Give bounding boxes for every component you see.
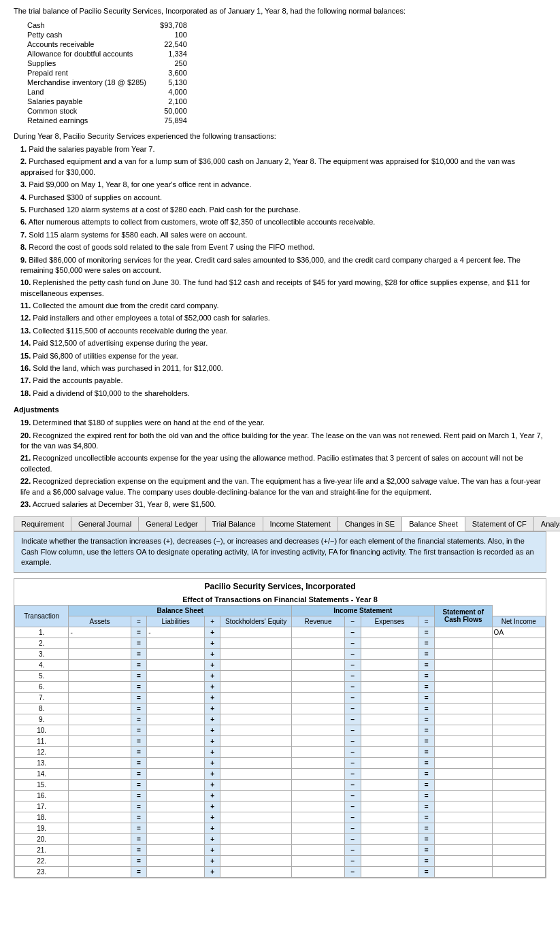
cf-input[interactable] <box>493 856 545 866</box>
assets-cell[interactable] <box>69 812 131 823</box>
revenue-input[interactable] <box>292 682 344 692</box>
revenue-input[interactable] <box>292 704 344 714</box>
net-income-input[interactable] <box>435 671 492 681</box>
se-input[interactable] <box>220 627 291 638</box>
se-input[interactable] <box>220 823 291 833</box>
expenses-cell[interactable] <box>361 648 418 659</box>
assets-input[interactable] <box>69 856 130 866</box>
liabilities-input[interactable] <box>147 747 204 757</box>
assets-input[interactable] <box>69 801 130 812</box>
liabilities-cell[interactable] <box>147 703 205 714</box>
cf-input[interactable] <box>493 736 545 746</box>
cf-input[interactable] <box>493 714 545 725</box>
tab-general-journal[interactable]: General Journal <box>71 517 139 531</box>
liabilities-cell[interactable] <box>147 735 205 746</box>
net-income-cell[interactable] <box>434 746 492 757</box>
net-income-cell[interactable] <box>434 844 492 855</box>
net-income-input[interactable] <box>435 638 492 648</box>
cf-cell[interactable] <box>492 768 545 779</box>
cf-cell[interactable] <box>492 681 545 692</box>
cf-cell[interactable] <box>492 746 545 757</box>
assets-cell[interactable] <box>69 670 131 681</box>
assets-cell[interactable] <box>69 855 131 866</box>
se-cell[interactable] <box>220 735 291 746</box>
revenue-cell[interactable] <box>291 823 344 833</box>
se-cell[interactable] <box>220 779 291 790</box>
cf-input[interactable] <box>493 747 545 757</box>
net-income-input[interactable] <box>435 758 492 768</box>
cf-cell[interactable] <box>492 725 545 735</box>
net-income-cell[interactable] <box>434 692 492 703</box>
assets-input[interactable] <box>69 649 130 659</box>
assets-cell[interactable] <box>69 725 131 735</box>
revenue-input[interactable] <box>292 627 344 638</box>
se-cell[interactable] <box>220 703 291 714</box>
expenses-input[interactable] <box>361 834 418 844</box>
net-income-input[interactable] <box>435 660 492 670</box>
net-income-input[interactable] <box>435 769 492 779</box>
tab-statement-of-cf[interactable]: Statement of CF <box>465 517 534 531</box>
cf-input[interactable] <box>493 671 545 681</box>
liabilities-cell[interactable] <box>147 833 205 844</box>
liabilities-cell[interactable] <box>147 725 205 735</box>
cf-input[interactable] <box>493 867 545 877</box>
cf-cell[interactable] <box>492 833 545 844</box>
net-income-cell[interactable] <box>434 855 492 866</box>
liabilities-input[interactable] <box>147 769 204 779</box>
se-cell[interactable] <box>220 692 291 703</box>
revenue-input[interactable] <box>292 801 344 812</box>
assets-input[interactable] <box>69 747 130 757</box>
se-input[interactable] <box>220 671 291 681</box>
liabilities-input[interactable] <box>147 671 204 681</box>
se-cell[interactable] <box>220 714 291 725</box>
revenue-cell[interactable] <box>291 768 344 779</box>
cf-input[interactable] <box>493 834 545 844</box>
cf-cell[interactable] <box>492 823 545 833</box>
se-input[interactable] <box>220 867 291 877</box>
liabilities-cell[interactable] <box>147 681 205 692</box>
liabilities-cell[interactable] <box>147 812 205 823</box>
revenue-input[interactable] <box>292 791 344 801</box>
revenue-cell[interactable] <box>291 855 344 866</box>
cf-cell[interactable] <box>492 627 545 638</box>
expenses-cell[interactable] <box>361 790 418 801</box>
revenue-cell[interactable] <box>291 790 344 801</box>
expenses-input[interactable] <box>361 856 418 866</box>
revenue-input[interactable] <box>292 867 344 877</box>
cf-cell[interactable] <box>492 855 545 866</box>
assets-cell[interactable] <box>69 703 131 714</box>
assets-input[interactable] <box>69 834 130 844</box>
revenue-input[interactable] <box>292 649 344 659</box>
liabilities-input[interactable] <box>147 736 204 746</box>
liabilities-input[interactable] <box>147 823 204 833</box>
assets-input[interactable] <box>69 725 130 735</box>
cf-cell[interactable] <box>492 790 545 801</box>
expenses-input[interactable] <box>361 736 418 746</box>
revenue-cell[interactable] <box>291 757 344 768</box>
expenses-cell[interactable] <box>361 714 418 725</box>
se-input[interactable] <box>220 758 291 768</box>
assets-input[interactable] <box>69 704 130 714</box>
revenue-cell[interactable] <box>291 648 344 659</box>
net-income-input[interactable] <box>435 856 492 866</box>
se-input[interactable] <box>220 736 291 746</box>
assets-cell[interactable] <box>69 659 131 670</box>
cf-input[interactable] <box>493 660 545 670</box>
expenses-cell[interactable] <box>361 746 418 757</box>
revenue-input[interactable] <box>292 660 344 670</box>
assets-input[interactable] <box>69 780 130 790</box>
liabilities-input[interactable] <box>147 649 204 659</box>
liabilities-input[interactable] <box>147 714 204 725</box>
liabilities-cell[interactable] <box>147 790 205 801</box>
cf-input[interactable] <box>493 725 545 735</box>
net-income-input[interactable] <box>435 801 492 812</box>
expenses-cell[interactable] <box>361 757 418 768</box>
se-cell[interactable] <box>220 670 291 681</box>
expenses-input[interactable] <box>361 714 418 725</box>
assets-input[interactable] <box>69 682 130 692</box>
se-input[interactable] <box>220 801 291 812</box>
se-cell[interactable] <box>220 757 291 768</box>
liabilities-cell[interactable] <box>147 746 205 757</box>
liabilities-input[interactable] <box>147 867 204 877</box>
liabilities-cell[interactable] <box>147 768 205 779</box>
